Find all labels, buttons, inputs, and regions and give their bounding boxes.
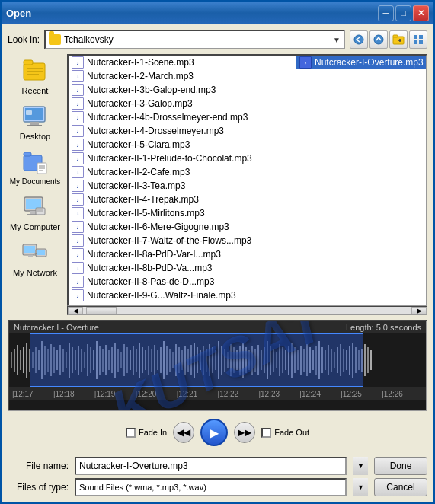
- minimize-button[interactable]: ─: [378, 5, 394, 21]
- timeline-mark: |12:24: [299, 390, 341, 398]
- cancel-button[interactable]: Cancel: [374, 478, 427, 496]
- play-button[interactable]: ▶: [200, 419, 228, 446]
- scroll-left-button[interactable]: ◀: [68, 307, 83, 314]
- sidebar-item-mynet-label: My Network: [13, 268, 57, 277]
- file-name: Nutcracker-I-1-Scene.mp3: [87, 57, 194, 68]
- file-name: Nutcracker-I-2-March.mp3: [87, 71, 194, 81]
- maximize-button[interactable]: □: [395, 5, 411, 21]
- sidebar-item-mycomp-label: My Computer: [10, 222, 60, 231]
- list-item[interactable]: ♪ Nutcracker-II-5-Mirlitons.mp3: [69, 206, 296, 220]
- list-item[interactable]: ♪ Nutcracker-I-4-Drosselmeyer.mp3: [69, 124, 296, 138]
- file-name: Nutcracker-II-8-Pas-de-D...mp3: [87, 276, 214, 287]
- svg-rect-40: [14, 349, 15, 372]
- filetype-dropdown-btn[interactable]: ▼: [353, 478, 368, 496]
- bottom-form: File name: Nutcracker-I-Overture.mp3 ▼ D…: [8, 454, 427, 496]
- list-item[interactable]: ♪ Nutcracker-II-8b-PdD-Va...mp3: [69, 261, 296, 275]
- preview-header: Nutcracker I - Overture Length: 5.0 seco…: [9, 321, 426, 333]
- svg-rect-9: [419, 40, 423, 44]
- svg-rect-21: [24, 152, 31, 156]
- mp3-file-icon: ♪: [72, 207, 84, 219]
- file-name: Nutcracker-II-8b-PdD-Va...mp3: [87, 263, 213, 273]
- scroll-thumb[interactable]: [86, 307, 117, 314]
- svg-rect-157: [370, 350, 372, 370]
- playback-controls: Fade In ◀◀ ▶ ▶▶ Fade Out: [8, 416, 427, 449]
- desktop-icon: [21, 103, 49, 130]
- timeline-mark: |12:26: [382, 390, 423, 398]
- mp3-file-icon: ♪: [72, 248, 84, 260]
- filename-row: File name: Nutcracker-I-Overture.mp3 ▼ D…: [8, 457, 427, 475]
- up-button[interactable]: [369, 30, 388, 49]
- list-item[interactable]: ♪ Nutcracker-I-Overture.mp3: [296, 56, 426, 69]
- rewind-button[interactable]: ◀◀: [173, 422, 194, 443]
- views-button[interactable]: [409, 30, 427, 49]
- sidebar-item-mycomp[interactable]: My Computer: [8, 190, 62, 234]
- mp3-file-icon: ♪: [72, 262, 84, 274]
- list-item[interactable]: ♪ Nutcracker-I-5-Clara.mp3: [69, 138, 296, 152]
- main-area: Recent Desktop: [8, 54, 427, 315]
- sidebar-item-mynet[interactable]: My Network: [8, 236, 62, 280]
- done-button[interactable]: Done: [374, 457, 427, 475]
- file-list[interactable]: ♪ Nutcracker-I-1-Scene.mp3 ♪ Nutcracker-…: [67, 54, 427, 306]
- look-in-row: Look in: Tchaikovsky ▼: [8, 30, 427, 49]
- svg-rect-41: [17, 345, 18, 375]
- fade-in-label: Fade In: [139, 428, 167, 437]
- svg-rect-17: [30, 122, 39, 125]
- svg-rect-7: [419, 35, 423, 39]
- look-in-combo[interactable]: Tchaikovsky ▼: [44, 30, 345, 49]
- list-item[interactable]: ♪ Nutcracker-II-3-Tea.mp3: [69, 179, 296, 193]
- list-item[interactable]: ♪ Nutcracker-II-2-Cafe.mp3: [69, 165, 296, 179]
- list-item[interactable]: ♪ Nutcracker-I-2-March.mp3: [69, 69, 296, 83]
- list-item[interactable]: ♪ Nutcracker-I-1-Scene.mp3: [69, 56, 296, 69]
- recent-icon: [21, 57, 49, 85]
- list-item[interactable]: ♪ Nutcracker-I-3b-Galop-end.mp3: [69, 83, 296, 97]
- sidebar-item-recent-label: Recent: [22, 86, 49, 95]
- svg-rect-39: [11, 352, 12, 368]
- svg-rect-11: [24, 60, 33, 65]
- list-item[interactable]: ♪ Nutcracker-I-4b-Drosselmeyer-end.mp3: [69, 110, 296, 124]
- dialog-content: Look in: Tchaikovsky ▼: [2, 24, 433, 502]
- mynet-icon: [21, 239, 49, 266]
- track-length: Length: 5.0 seconds: [346, 323, 421, 332]
- filetype-label: Files of type:: [8, 482, 69, 493]
- timeline-mark: |12:21: [177, 390, 218, 398]
- svg-rect-30: [36, 208, 45, 215]
- close-button[interactable]: ✕: [413, 5, 429, 21]
- svg-rect-155: [364, 344, 366, 376]
- sidebar-item-desktop[interactable]: Desktop: [8, 100, 62, 144]
- file-name: Nutcracker-II-9-G...Waltz-Finale.mp3: [87, 290, 236, 301]
- mp3-file-icon: ♪: [72, 70, 84, 82]
- mp3-file-icon: ♪: [72, 152, 84, 164]
- mp3-file-icon: ♪: [72, 111, 84, 123]
- list-item[interactable]: ♪ Nutcracker-II-9-G...Waltz-Finale.mp3: [69, 289, 296, 302]
- mp3-file-icon: ♪: [72, 276, 84, 288]
- filename-input[interactable]: Nutcracker-I-Overture.mp3: [75, 457, 347, 475]
- forward-button[interactable]: ▶▶: [234, 422, 255, 443]
- scroll-right-button[interactable]: ▶: [411, 307, 427, 314]
- filetype-combo[interactable]: Sound Files (*.wma, *.mp3, *.wav): [75, 478, 347, 496]
- mp3-file-icon: ♪: [72, 180, 84, 192]
- mp3-file-icon: ♪: [72, 125, 84, 137]
- back-button[interactable]: [350, 30, 368, 49]
- svg-rect-19: [26, 110, 32, 115]
- waveform-selection[interactable]: [30, 333, 363, 387]
- list-item[interactable]: ♪ Nutcracker-II-8-Pas-de-D...mp3: [69, 275, 296, 289]
- fade-out-checkbox[interactable]: [261, 428, 271, 438]
- list-item[interactable]: ♪ Nutcracker-II-6-Mere-Gigogne.mp3: [69, 220, 296, 234]
- new-folder-button[interactable]: [389, 30, 408, 49]
- filename-dropdown-btn[interactable]: ▼: [353, 457, 368, 475]
- mycomp-icon: [21, 193, 49, 221]
- filename-label: File name:: [8, 461, 69, 471]
- file-name: Nutcracker-I-3-Galop.mp3: [87, 98, 193, 109]
- sidebar-item-mydocs[interactable]: My Documents: [8, 145, 62, 189]
- horizontal-scrollbar[interactable]: ◀ ▶: [67, 306, 427, 315]
- list-item[interactable]: ♪ Nutcracker-I-3-Galop.mp3: [69, 97, 296, 110]
- fade-in-checkbox[interactable]: [126, 428, 136, 438]
- list-item[interactable]: ♪ Nutcracker-II-8a-PdD-Var-I...mp3: [69, 247, 296, 261]
- list-item[interactable]: ♪ Nutcracker-II-7-Waltz-of-the-Flows...m…: [69, 234, 296, 247]
- mp3-file-icon: ♪: [299, 56, 312, 69]
- sidebar-item-desktop-label: Desktop: [20, 132, 50, 141]
- svg-rect-37: [37, 250, 45, 255]
- sidebar-item-recent[interactable]: Recent: [8, 54, 62, 98]
- list-item[interactable]: ♪ Nutcracker-II-4-Trepak.mp3: [69, 193, 296, 206]
- list-item[interactable]: ♪ Nutcracker-II-1-Prelude-to-Chocolat.mp…: [69, 152, 296, 165]
